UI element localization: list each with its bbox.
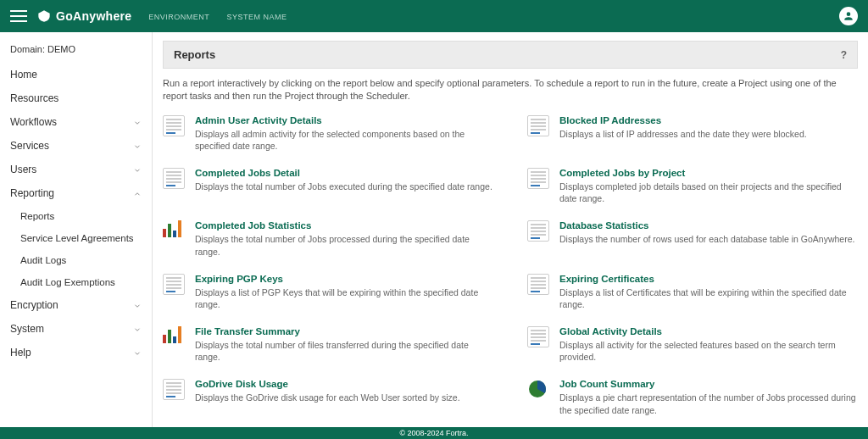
sidebar: Domain: DEMO HomeResourcesWorkflowsServi… (0, 32, 153, 427)
page-title: Reports (174, 48, 215, 61)
bar-chart-icon (163, 326, 185, 350)
user-avatar-button[interactable] (839, 7, 858, 25)
document-icon (527, 326, 549, 350)
logo-icon (37, 9, 51, 23)
report-item: Completed Job StatisticsDisplays the tot… (163, 220, 493, 257)
report-description: Displays all activity for the selected f… (559, 339, 858, 363)
report-grid: Admin User Activity DetailsDisplays all … (163, 114, 858, 427)
sidebar-item-help[interactable]: Help (0, 341, 152, 364)
report-item: Completed Jobs DetailDisplays the total … (163, 167, 493, 204)
chevron-up-icon (133, 189, 142, 197)
sidebar-item-home[interactable]: Home (0, 63, 152, 86)
document-icon (527, 168, 549, 192)
document-icon (163, 379, 185, 403)
report-description: Displays the GoDrive disk usage for each… (195, 392, 460, 403)
sidebar-item-resources[interactable]: Resources (0, 86, 152, 110)
page-header: Reports ? (163, 41, 858, 69)
user-icon (843, 10, 854, 22)
chevron-down-icon (133, 325, 142, 333)
report-item: Blocked IP AddressesDisplays a list of I… (527, 114, 858, 152)
report-link[interactable]: Blocked IP Addresses (559, 115, 661, 125)
report-link[interactable]: Database Statistics (559, 220, 648, 231)
report-link[interactable]: Completed Jobs by Project (559, 168, 685, 178)
report-description: Displays a pie chart representation of t… (559, 392, 858, 415)
report-link[interactable]: Global Activity Details (559, 326, 662, 336)
environment-label: ENVIRONMENT (148, 11, 209, 21)
domain-label: Domain: DEMO (0, 41, 152, 63)
document-icon (163, 115, 185, 139)
report-link[interactable]: Job Count Summary (559, 379, 654, 389)
document-icon (527, 115, 549, 139)
document-icon (163, 274, 185, 297)
chevron-down-icon (133, 348, 142, 357)
menu-toggle-button[interactable] (10, 10, 27, 22)
report-description: Displays the total number of Jobs proces… (195, 233, 493, 257)
report-item: Expiring CertificatesDisplays a list of … (527, 273, 858, 310)
sidebar-item-users[interactable]: Users (0, 158, 152, 181)
brand-name: GoAnywhere (56, 9, 131, 23)
report-link[interactable]: Completed Jobs Detail (195, 168, 300, 178)
sidebar-item-services[interactable]: Services (0, 134, 152, 158)
chevron-down-icon (133, 142, 142, 150)
report-item: GoDrive Disk UsageDisplays the GoDrive d… (163, 378, 493, 415)
sidebar-item-system[interactable]: System (0, 317, 152, 341)
system-name-label: SYSTEM NAME (226, 11, 287, 21)
footer-copyright: © 2008-2024 Fortra. (399, 429, 468, 437)
report-item: Job Count SummaryDisplays a pie chart re… (527, 378, 858, 415)
report-description: Displays the number of rows used for eac… (559, 233, 854, 245)
footer: © 2008-2024 Fortra. (0, 427, 868, 439)
top-bar: GoAnywhere ENVIRONMENT SYSTEM NAME (0, 0, 868, 32)
sidebar-item-workflows[interactable]: Workflows (0, 110, 152, 134)
report-link[interactable]: Expiring PGP Keys (195, 274, 283, 284)
report-item: Global Activity DetailsDisplays all acti… (527, 325, 858, 363)
report-description: Displays the total number of files trans… (195, 339, 493, 363)
chevron-down-icon (133, 118, 142, 126)
brand-logo[interactable]: GoAnywhere (37, 9, 131, 23)
sidebar-item-label: Resources (10, 92, 58, 104)
page-intro: Run a report interactively by clicking o… (163, 69, 858, 114)
report-item: Database StatisticsDisplays the number o… (527, 220, 858, 257)
sidebar-subitem-audit-logs[interactable]: Audit Logs (0, 249, 152, 271)
sidebar-subitem-reports[interactable]: Reports (0, 205, 152, 227)
document-icon (163, 168, 185, 192)
sidebar-subitem-service-level-agreements[interactable]: Service Level Agreements (0, 227, 152, 249)
report-description: Displays a list of PGP Keys that will be… (195, 286, 493, 310)
report-description: Displays completed job details based on … (559, 181, 858, 204)
sidebar-item-encryption[interactable]: Encryption (0, 293, 152, 317)
document-icon (527, 220, 549, 244)
sidebar-item-label: Workflows (10, 116, 57, 128)
report-description: Displays a list of IP addresses and the … (559, 128, 807, 140)
report-link[interactable]: GoDrive Disk Usage (195, 379, 288, 389)
report-item: Completed Jobs by ProjectDisplays comple… (527, 167, 858, 204)
report-item: File Transfer SummaryDisplays the total … (163, 325, 493, 363)
report-description: Displays the total number of Jobs execut… (195, 181, 492, 192)
sidebar-item-label: Services (10, 140, 49, 152)
report-item: Expiring PGP KeysDisplays a list of PGP … (163, 273, 493, 310)
sidebar-item-label: Home (10, 69, 37, 81)
report-link[interactable]: File Transfer Summary (195, 326, 300, 336)
pie-chart-icon (527, 379, 549, 403)
sidebar-item-label: Encryption (10, 299, 58, 311)
report-description: Displays all admin activity for the sele… (195, 128, 493, 152)
report-item: Admin User Activity DetailsDisplays all … (163, 114, 493, 152)
sidebar-item-label: Reporting (10, 187, 54, 199)
chevron-down-icon (133, 301, 142, 309)
sidebar-item-label: Users (10, 164, 36, 175)
sidebar-item-label: Help (10, 347, 31, 358)
sidebar-item-label: System (10, 323, 44, 335)
sidebar-subitem-audit-log-exemptions[interactable]: Audit Log Exemptions (0, 271, 152, 293)
help-icon[interactable]: ? (841, 49, 847, 61)
report-description: Displays a list of Certificates that wil… (559, 286, 858, 310)
document-icon (527, 274, 549, 297)
content-area: Reports ? Run a report interactively by … (153, 32, 868, 427)
report-link[interactable]: Expiring Certificates (559, 274, 654, 284)
chevron-down-icon (133, 165, 142, 174)
report-link[interactable]: Completed Job Statistics (195, 220, 311, 231)
sidebar-item-reporting[interactable]: Reporting (0, 181, 152, 205)
report-link[interactable]: Admin User Activity Details (195, 115, 322, 125)
bar-chart-icon (163, 220, 185, 244)
